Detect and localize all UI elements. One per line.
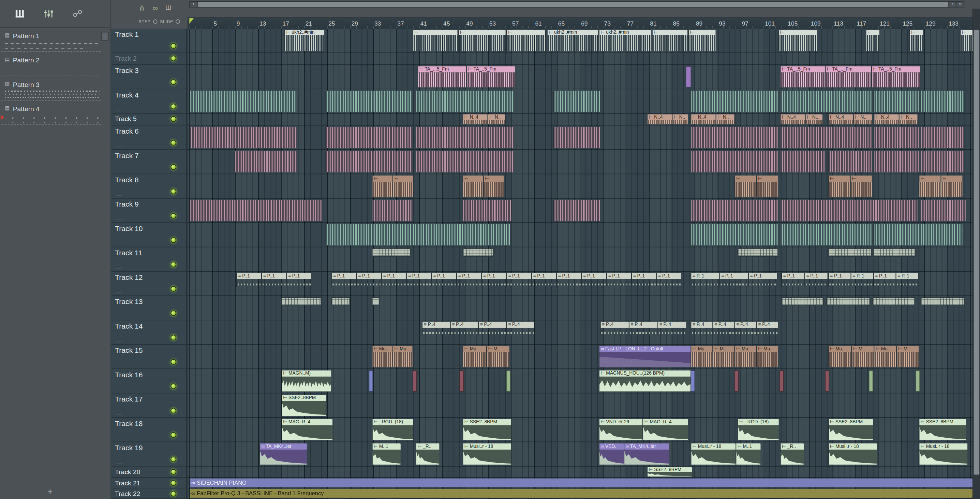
clip[interactable]: ⊢	[372, 176, 393, 197]
pattern-item-2[interactable]: ▤Pattern 2	[2, 55, 100, 76]
clip[interactable]	[459, 370, 464, 392]
track-led[interactable]	[170, 286, 176, 291]
clip[interactable]	[916, 370, 920, 392]
clip[interactable]: ≡ P..4	[478, 322, 506, 335]
playhead-marker[interactable]	[189, 18, 194, 24]
clip[interactable]: ⊢	[458, 30, 506, 51]
clip[interactable]	[553, 91, 600, 112]
clip[interactable]	[690, 91, 778, 112]
clip[interactable]: ⊢ ukh2..#min	[285, 30, 324, 51]
clip[interactable]: ⊢ N..	[899, 114, 918, 124]
clip[interactable]	[921, 151, 964, 172]
clip[interactable]	[690, 370, 695, 392]
clip[interactable]: ⊢ N..	[853, 114, 872, 124]
clip[interactable]	[873, 127, 919, 148]
clip[interactable]	[416, 127, 514, 148]
clip[interactable]: ⊢ TA_..5_Fm	[871, 66, 920, 87]
track-led[interactable]	[170, 383, 176, 389]
info-button[interactable]: i	[101, 32, 109, 41]
clip[interactable]: ⊢ VND..er 29	[599, 419, 643, 440]
track-led[interactable]	[170, 140, 176, 145]
slide-label[interactable]: SLIDE	[160, 19, 173, 24]
track-header-12[interactable]: Track 12....	[111, 272, 188, 296]
clip[interactable]: ⊢ N..4	[690, 114, 715, 124]
track-header-5[interactable]: Track 5	[111, 113, 188, 126]
clip[interactable]	[416, 151, 514, 172]
clip[interactable]	[873, 297, 915, 305]
clip[interactable]: ⊢	[828, 176, 850, 197]
clip[interactable]: ≡ P..4	[422, 322, 450, 335]
step-radio[interactable]	[153, 19, 158, 24]
vertical-scrollbar[interactable]	[972, 9, 980, 499]
track-led[interactable]	[170, 432, 176, 438]
clip[interactable]: ⊢ Mu..	[873, 346, 896, 367]
clip[interactable]: ⊢ MAGNUS_HOU..(126 BPM)	[599, 370, 690, 392]
clip[interactable]	[921, 200, 966, 221]
clip[interactable]	[506, 370, 511, 392]
clip[interactable]: ≡ P..4	[629, 322, 657, 335]
clip[interactable]: ⊢ Mu..	[393, 346, 413, 367]
clip[interactable]	[780, 370, 784, 392]
clip[interactable]: ⊢ Mu..	[372, 346, 393, 367]
clip[interactable]: ≡ P..1	[781, 273, 804, 287]
clip[interactable]: ⊢	[413, 30, 458, 51]
clip[interactable]: ≡ P..1	[719, 273, 748, 287]
clip[interactable]: ⊢ N..	[488, 114, 505, 124]
track-led[interactable]	[170, 79, 176, 85]
clip[interactable]: ≡ P..1	[531, 273, 556, 287]
clip[interactable]: ⊢ M..	[713, 346, 735, 367]
clip[interactable]: ∞ FabFilter Pro-Q 3 - BASSLINE - Band 1 …	[189, 489, 972, 498]
clip[interactable]: ≡ P..1	[748, 273, 777, 287]
scroll-right-button[interactable]: ›	[949, 2, 956, 7]
clip[interactable]: ≡ P..4	[756, 322, 778, 335]
clip[interactable]: ∞ TA_MK4..ier	[259, 443, 307, 464]
clip[interactable]: ≡ P..1	[481, 273, 506, 287]
slide-radio[interactable]	[176, 19, 180, 24]
clip[interactable]: ⊢	[393, 176, 413, 197]
track-led[interactable]	[170, 480, 176, 486]
clip[interactable]: ⊢	[919, 176, 940, 197]
clip[interactable]: ⊢ _R..	[416, 443, 439, 464]
clip[interactable]: ≡ P..1	[381, 273, 406, 287]
playlist-grid[interactable]: ⊢ ukh2..#min⊢ ⊢ ⊢ ⊢ ukh2..#min⊢ ukh2..#m…	[188, 29, 972, 499]
clip[interactable]	[735, 370, 739, 392]
clip[interactable]	[869, 370, 873, 392]
clip[interactable]: ⊢	[866, 30, 880, 51]
clip[interactable]	[690, 151, 778, 172]
clip[interactable]: ⊢	[850, 176, 872, 197]
automation-icon[interactable]	[71, 8, 84, 19]
clip[interactable]: ≡ P..1	[631, 273, 656, 287]
clip[interactable]	[553, 200, 600, 221]
clip[interactable]	[873, 248, 916, 257]
clip[interactable]	[413, 370, 417, 392]
track-led[interactable]	[170, 491, 176, 496]
clip[interactable]: ⊢	[756, 176, 778, 197]
clip[interactable]	[369, 370, 373, 392]
clip[interactable]: ⊢ Mu..	[828, 346, 851, 367]
track-led[interactable]	[170, 335, 176, 340]
clip[interactable]: ∞ Fast LP - LON..LL 2 - Cutoff	[599, 346, 690, 367]
clip[interactable]: ≡ P..1	[828, 273, 851, 287]
scroll-end-button[interactable]: »	[957, 2, 964, 7]
track-header-16[interactable]: Track 16....	[111, 369, 188, 393]
pattern-item-3[interactable]: ▤Pattern 3	[2, 79, 100, 100]
clip[interactable]	[921, 91, 964, 112]
clip[interactable]: ⊢ MAGN..M)	[281, 370, 331, 392]
clip[interactable]: ≡ P..1	[406, 273, 431, 287]
clip[interactable]: ≡ P..1	[261, 273, 286, 287]
clip[interactable]	[780, 127, 872, 148]
clip[interactable]: ≡ P..4	[735, 322, 756, 335]
clip[interactable]	[331, 297, 350, 305]
track-led[interactable]	[170, 103, 176, 109]
clip[interactable]	[781, 297, 824, 305]
clip[interactable]: ⊢ Mu..	[462, 346, 486, 367]
clip[interactable]: ⊢ M..1	[735, 443, 760, 464]
clip[interactable]	[780, 200, 917, 221]
track-header-22[interactable]: Track 22	[111, 488, 188, 499]
clip[interactable]: ⊢	[506, 30, 545, 51]
clip[interactable]: ⊢ ukh2..#min	[547, 30, 598, 51]
track-header-14[interactable]: Track 14....	[111, 320, 188, 345]
pattern-item-1[interactable]: ▤Pattern 1	[2, 31, 100, 52]
clip[interactable]	[873, 224, 962, 245]
clip[interactable]: ≡ P..1	[456, 273, 481, 287]
